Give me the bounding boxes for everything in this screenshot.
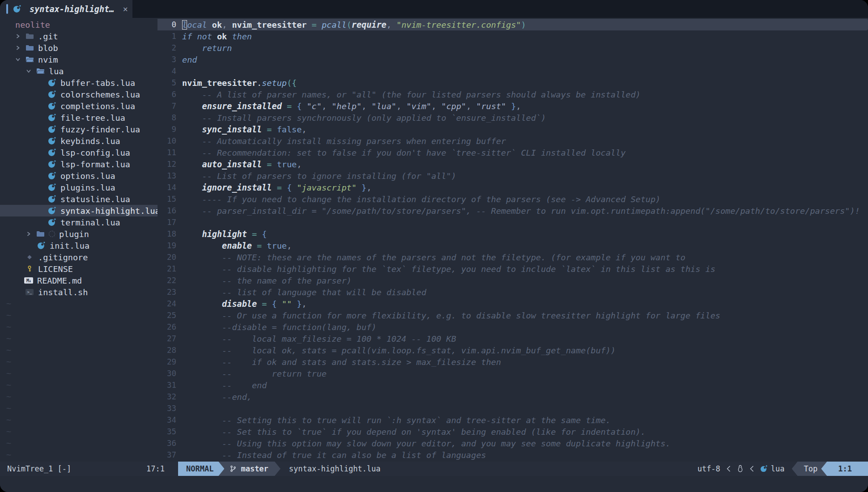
code-line-27[interactable]: 27 -- local max_filesize = 100 * 1024 --… [157,333,868,344]
code-line-2[interactable]: 2 return [157,42,868,54]
folder-open-icon [26,56,34,63]
tree-item-nvim[interactable]: nvim [0,54,157,65]
code-line-23[interactable]: 23 -- list of language that will be disa… [157,286,868,298]
tree-item-plugins-lua[interactable]: plugins.lua [0,182,157,193]
line-number: 7 [157,102,182,110]
line-number: 10 [157,136,182,145]
code-line-28[interactable]: 28 -- local ok, stats = pcall(vim.loop.f… [157,344,868,356]
code-text: enable = true, [182,241,292,250]
code-line-30[interactable]: 30 -- return true [157,368,868,379]
code-text: -- list of language that will be disable… [182,288,426,297]
code-text: auto_install = true, [182,160,302,169]
tree-item-label: LICENSE [38,264,73,274]
code-line-18[interactable]: 18 highlight = { [157,228,868,240]
code-line-11[interactable]: 11 -- Recommendation: set to false if yo… [157,147,868,158]
code-line-8[interactable]: 8 -- Install parsers synchronously (only… [157,112,868,123]
code-text: sync_install = false, [182,125,306,134]
close-icon[interactable]: × [123,4,128,14]
tree-item-lua[interactable]: lua [0,65,157,77]
code-text: ignore_install = { "javascript" }, [182,183,371,192]
tree-item-init-lua[interactable]: init.lua [0,240,157,251]
tree-item-keybinds-lua[interactable]: keybinds.lua [0,135,157,147]
git-branch-icon [230,465,237,472]
line-number: 21 [157,264,182,273]
code-text: end [182,55,197,64]
key-icon [26,265,33,272]
code-line-35[interactable]: 35 -- Set this to `true` if you depend o… [157,426,868,437]
code-line-22[interactable]: 22 -- the name of the parser) [157,275,868,286]
code-line-14[interactable]: 14 ignore_install = { "javascript" }, [157,182,868,193]
tree-item-install-sh[interactable]: >_install.sh [0,286,157,298]
tab-syntax-highlight[interactable]: syntax-highlight… × [0,0,132,18]
code-line-12[interactable]: 12 auto_install = true, [157,158,868,170]
code-line-5[interactable]: 5nvim_treesitter.setup({ [157,77,868,89]
code-line-24[interactable]: 24 disable = { "" }, [157,298,868,310]
line-number: 1 [157,32,182,41]
line-number: 23 [157,288,182,297]
code-text: nvim_treesitter.setup({ [182,78,297,88]
code-text: -- parser_install_dir = "/some/path/to/s… [182,206,860,216]
code-line-29[interactable]: 29 -- if ok and stats and stats.size > m… [157,356,868,368]
tree-item-buffer-tabs-lua[interactable]: buffer-tabs.lua [0,77,157,89]
code-line-17[interactable]: 17 [157,216,868,228]
line-number: 27 [157,334,182,343]
tree-item-plugin[interactable]: plugin [0,228,157,240]
code-line-3[interactable]: 3end [157,54,868,65]
tree-item-gitignore[interactable]: .gitignore [0,251,157,263]
tree-item-readme-md[interactable]: M↓README.md [0,275,157,286]
code-line-10[interactable]: 10 -- Automatically install missing pars… [157,135,868,147]
tree-item-lsp-format-lua[interactable]: lsp-format.lua [0,158,157,170]
code-line-15[interactable]: 15 ---- If you need to change the instal… [157,193,868,205]
tree-item-neolite[interactable]: neolite [0,19,157,30]
tree-item-lsp-config-lua[interactable]: lsp-config.lua [0,147,157,158]
line-number: 28 [157,346,182,355]
empty-line-tilde: ~ [0,356,157,368]
tree-item-fuzzy-finder-lua[interactable]: fuzzy-finder.lua [0,123,157,135]
code-text: -- disable highlighting for the `tex` fi… [182,264,715,274]
empty-line-tilde: ~ [0,298,157,310]
code-line-20[interactable]: 20 -- NOTE: these are the names of the p… [157,251,868,263]
code-line-16[interactable]: 16 -- parser_install_dir = "/some/path/t… [157,205,868,216]
tree-item-label: syntax-highlight.lua [60,206,157,216]
folder-icon [26,33,34,40]
tree-item-license[interactable]: LICENSE [0,263,157,275]
tree-item-options-lua[interactable]: options.lua [0,170,157,182]
tree-item-colorschemes-lua[interactable]: colorschemes.lua [0,89,157,100]
lua-icon [760,465,767,472]
code-line-7[interactable]: 7 ensure_installed = { "c", "help", "lua… [157,100,868,112]
code-line-4[interactable]: 4 [157,65,868,77]
tree-item-completions-lua[interactable]: completions.lua [0,100,157,112]
code-line-1[interactable]: 1if not ok then [157,30,868,42]
code-line-6[interactable]: 6 -- A list of parser names, or "all" (t… [157,89,868,100]
code-line-19[interactable]: 19 enable = true, [157,240,868,251]
code-line-13[interactable]: 13 -- List of parsers to ignore installi… [157,170,868,182]
editor-cursor: l [182,20,187,30]
code-line-25[interactable]: 25 -- Or use a function for more flexibi… [157,310,868,321]
code-line-9[interactable]: 9 sync_install = false, [157,123,868,135]
line-number: 30 [157,369,182,378]
code-line-31[interactable]: 31 -- end [157,379,868,391]
code-line-33[interactable]: 33 [157,403,868,414]
code-line-0[interactable]: 0local ok, nvim_treesitter = pcall(requi… [157,19,868,30]
code-line-37[interactable]: 37 -- Instead of true it can also be a l… [157,449,868,461]
tree-item-blob[interactable]: blob [0,42,157,54]
code-text: if not ok then [182,32,252,41]
tree-item-git[interactable]: .git [0,30,157,42]
code-text: highlight = { [182,229,267,239]
lua-icon [48,90,56,98]
code-line-34[interactable]: 34 -- Setting this to true will run `:h … [157,414,868,426]
chevron-down-icon [26,68,31,74]
line-number: 4 [157,67,182,76]
shell-icon: >_ [26,289,34,295]
code-line-32[interactable]: 32 --end, [157,391,868,403]
code-line-21[interactable]: 21 -- disable highlighting for the `tex`… [157,263,868,275]
code-line-26[interactable]: 26 --disable = function(lang, buf) [157,321,868,333]
tree-item-statusline-lua[interactable]: statusline.lua [0,193,157,205]
code-line-36[interactable]: 36 -- Using this option may slow down yo… [157,437,868,449]
editor-buffer[interactable]: 0local ok, nvim_treesitter = pcall(requi… [157,18,868,462]
chevron-right-icon [15,45,21,51]
tree-item-file-tree-lua[interactable]: file-tree.lua [0,112,157,123]
tree-item-terminal-lua[interactable]: terminal.lua [0,216,157,228]
statusline: NvimTree_1 [-] 17:1 NORMAL master syntax… [0,462,868,476]
tree-item-syntax-highlight-lua[interactable]: syntax-highlight.lua [0,205,157,216]
